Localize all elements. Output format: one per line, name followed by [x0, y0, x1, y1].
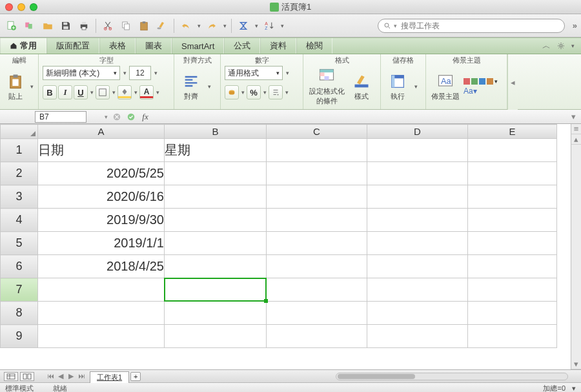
sheet-nav-first[interactable]: ⏮ [46, 372, 55, 380]
cell-C5[interactable] [267, 232, 367, 255]
italic-button[interactable]: I [58, 85, 72, 99]
sort-icon[interactable]: AZ [261, 18, 277, 34]
tab-data[interactable]: 資料 [260, 38, 296, 54]
cell-B8[interactable] [165, 302, 267, 325]
cell-C9[interactable] [267, 325, 367, 348]
scroll-split-icon[interactable]: ≡ [571, 124, 581, 134]
tab-charts[interactable]: 圖表 [136, 38, 172, 54]
cell-B6[interactable] [165, 255, 267, 278]
formula-expand-icon[interactable]: ▾ [571, 112, 581, 121]
tab-review[interactable]: 檢閱 [296, 38, 332, 54]
horizontal-scrollbar[interactable] [336, 373, 568, 380]
copy-icon[interactable] [118, 18, 134, 34]
paste-dropdown[interactable] [30, 83, 34, 90]
cell-C4[interactable] [267, 209, 367, 232]
cell-E1[interactable] [468, 139, 557, 162]
scroll-up-icon[interactable]: ▴ [571, 134, 581, 145]
fill-color-dropdown[interactable] [133, 85, 138, 99]
col-header-E[interactable]: E [468, 125, 557, 139]
col-header-C[interactable]: C [267, 125, 367, 139]
gear-dropdown[interactable]: ▾ [571, 43, 575, 49]
zoom-window-icon[interactable] [30, 3, 37, 11]
normal-view-button[interactable] [4, 372, 18, 381]
print-icon[interactable] [76, 18, 92, 34]
cell-A3[interactable]: 2020/6/16 [38, 185, 165, 209]
redo-icon[interactable] [204, 18, 219, 34]
cell-C2[interactable] [267, 162, 367, 185]
enter-formula-icon[interactable] [126, 112, 136, 122]
theme-button[interactable]: Aa 佈景主題 [430, 66, 461, 107]
cut-icon[interactable] [100, 18, 116, 34]
fill-color-button[interactable] [117, 85, 132, 99]
cell-A1[interactable]: 日期 [38, 139, 165, 162]
cell-D6[interactable] [367, 255, 468, 278]
cell-E2[interactable] [468, 162, 557, 185]
gear-icon[interactable] [557, 42, 565, 50]
cell-B5[interactable] [165, 232, 267, 255]
cell-A8[interactable] [38, 302, 165, 325]
cell-A2[interactable]: 2020/5/25 [38, 162, 165, 185]
underline-dropdown[interactable] [89, 85, 94, 99]
comma-dropdown[interactable] [284, 85, 289, 99]
cell-C8[interactable] [267, 302, 367, 325]
cell-E9[interactable] [468, 325, 557, 348]
underline-button[interactable]: U [74, 85, 88, 99]
font-size-dropdown[interactable] [153, 70, 158, 76]
redo-dropdown[interactable] [222, 23, 227, 29]
cell-A7[interactable] [38, 278, 165, 302]
border-button[interactable] [96, 85, 110, 99]
cell-B3[interactable] [165, 185, 267, 209]
align-dropdown[interactable] [207, 83, 212, 90]
name-box-dropdown[interactable]: ▾ [105, 114, 108, 120]
cancel-formula-icon[interactable] [112, 112, 122, 122]
fx-icon[interactable]: fx [140, 112, 150, 122]
toolbar-overflow-icon[interactable]: » [573, 21, 577, 30]
cell-C7[interactable] [267, 278, 367, 302]
cell-B7[interactable] [165, 278, 267, 302]
cell-E3[interactable] [468, 185, 557, 209]
close-window-icon[interactable] [5, 3, 13, 11]
currency-dropdown[interactable] [240, 85, 245, 99]
row-header-1[interactable]: 1 [1, 139, 38, 162]
bold-button[interactable]: B [43, 85, 57, 99]
cell-B2[interactable] [165, 162, 267, 185]
border-dropdown[interactable] [111, 85, 116, 99]
cell-D1[interactable] [367, 139, 468, 162]
row-header-8[interactable]: 8 [1, 302, 38, 325]
undo-dropdown[interactable] [196, 23, 201, 29]
cell-E4[interactable] [468, 209, 557, 232]
sort-dropdown[interactable] [280, 23, 285, 29]
cell-E8[interactable] [468, 302, 557, 325]
row-header-3[interactable]: 3 [1, 185, 38, 209]
theme-fonts-button[interactable]: Aa▾ [464, 87, 498, 96]
font-name-dropdown[interactable] [122, 70, 127, 76]
col-header-A[interactable]: A [38, 125, 165, 139]
collapse-ribbon-icon[interactable]: ︿ [542, 40, 551, 52]
row-header-5[interactable]: 5 [1, 232, 38, 255]
number-format-dropdown[interactable] [285, 70, 290, 76]
cell-D8[interactable] [367, 302, 468, 325]
name-box[interactable]: B7 [35, 111, 87, 123]
styles-button[interactable]: 樣式 [349, 66, 374, 107]
percent-button[interactable]: % [247, 85, 261, 99]
cell-C3[interactable] [267, 185, 367, 209]
cell-D9[interactable] [367, 325, 468, 348]
save-icon[interactable] [58, 18, 74, 34]
col-header-B[interactable]: B [165, 125, 267, 139]
cell-A6[interactable]: 2018/4/25 [38, 255, 165, 278]
row-header-9[interactable]: 9 [1, 325, 38, 348]
tab-home[interactable]: 常用 [0, 38, 46, 54]
new-doc-icon[interactable] [4, 18, 19, 34]
cell-C1[interactable] [267, 139, 367, 162]
row-header-4[interactable]: 4 [1, 209, 38, 232]
cell-B9[interactable] [165, 325, 267, 348]
cell-D3[interactable] [367, 185, 468, 209]
number-format-select[interactable]: 通用格式▾ [225, 66, 283, 80]
tab-smartart[interactable]: SmartArt [172, 38, 224, 54]
font-color-dropdown[interactable] [155, 85, 160, 99]
cell-D5[interactable] [367, 232, 468, 255]
tab-layout[interactable]: 版面配置 [46, 38, 99, 54]
comma-button[interactable] [269, 85, 283, 99]
font-size-select[interactable]: 12 [129, 66, 151, 80]
scroll-down-icon[interactable]: ▾ [571, 359, 581, 369]
